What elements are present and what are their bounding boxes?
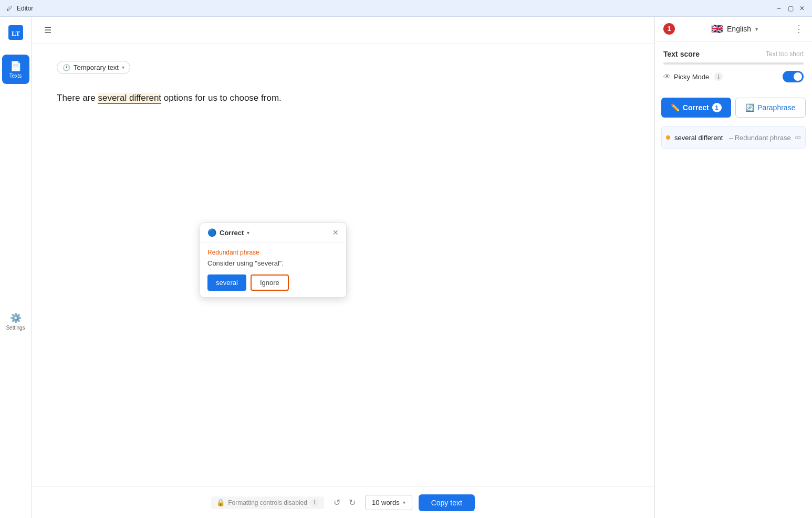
- clock-icon: 🕐: [63, 64, 70, 71]
- bottom-bar: 🔒 Formatting controls disabled ℹ ↺ ↻ 10 …: [32, 487, 654, 518]
- picky-mode-info-icon[interactable]: ℹ: [714, 72, 723, 81]
- word-count-chevron-icon: ▾: [403, 500, 405, 505]
- editor-text-content[interactable]: There are several different options for …: [57, 91, 629, 105]
- issues-list: several different – Redundant phrase ∞: [655, 122, 812, 155]
- language-chevron-icon: ▾: [755, 26, 758, 32]
- logo: LT: [4, 21, 27, 46]
- correction-popup: 🔵 Correct ▾ ✕ Redundant phrase Consider …: [200, 223, 347, 298]
- document-header: 🕐 Temporary text ▾: [57, 61, 629, 74]
- more-options-button[interactable]: ⋮: [794, 23, 804, 35]
- popup-logo-icon: 🔵: [207, 228, 216, 237]
- text-score-label: Text score: [663, 50, 700, 58]
- correct-count-badge: 1: [712, 103, 722, 112]
- popup-header: 🔵 Correct ▾ ✕: [200, 223, 346, 242]
- app-icon: 🖊: [6, 5, 13, 12]
- flag-icon: 🇬🇧: [711, 23, 723, 35]
- issue-phrase: several different: [674, 134, 723, 142]
- undo-redo-group: ↺ ↻: [330, 494, 359, 511]
- issue-infinity-icon: ∞: [795, 133, 801, 142]
- sidebar-settings-label: Settings: [6, 325, 25, 331]
- sidebar-texts-label: Texts: [9, 73, 22, 79]
- settings-icon: ⚙️: [10, 312, 22, 324]
- formatting-icon: 🔒: [216, 499, 225, 506]
- right-panel: 1 🇬🇧 English ▾ ⋮ Text score Text too sho…: [654, 17, 812, 518]
- language-label: English: [727, 25, 751, 33]
- accept-suggestion-button[interactable]: several: [207, 274, 246, 291]
- picky-mode-icon: 👁: [663, 72, 671, 81]
- main-content: ☰ 🕐 Temporary text ▾ There are several d…: [32, 17, 654, 518]
- copy-text-button[interactable]: Copy text: [419, 494, 475, 511]
- popup-chevron-icon: ▾: [247, 230, 249, 236]
- sidebar-item-settings[interactable]: ⚙️ Settings: [2, 306, 29, 336]
- language-selector[interactable]: 🇬🇧 English ▾: [711, 23, 758, 35]
- title-bar: 🖊 Editor – ▢ ✕: [0, 0, 812, 17]
- word-count-label: 10 words: [372, 499, 400, 506]
- paraphrase-tab-icon: 🔄: [745, 103, 754, 112]
- popup-actions: several Ignore: [207, 274, 339, 291]
- action-tabs: ✏️ Correct 1 🔄 Paraphrase: [655, 91, 812, 122]
- editor-area[interactable]: 🕐 Temporary text ▾ There are several dif…: [32, 44, 654, 487]
- picky-mode-toggle[interactable]: [783, 71, 804, 82]
- formatting-label: Formatting controls disabled: [228, 499, 307, 506]
- popup-body: Redundant phrase Consider using "several…: [200, 242, 346, 297]
- texts-icon: 📄: [10, 60, 22, 72]
- text-too-short-label: Text too short: [766, 50, 804, 58]
- formatting-controls-disabled: 🔒 Formatting controls disabled ℹ: [211, 496, 324, 509]
- paraphrase-tab-label: Paraphrase: [757, 103, 795, 112]
- popup-close-button[interactable]: ✕: [332, 228, 339, 237]
- ignore-suggestion-button[interactable]: Ignore: [251, 274, 289, 291]
- score-bar: [663, 62, 804, 65]
- correct-tab-label: Correct: [683, 103, 709, 112]
- close-button[interactable]: ✕: [798, 5, 806, 12]
- svg-text:LT: LT: [11, 29, 19, 37]
- popup-category: Redundant phrase: [207, 249, 339, 256]
- right-panel-header: 1 🇬🇧 English ▾ ⋮: [655, 17, 812, 41]
- popup-suggestion: Consider using "several".: [207, 259, 339, 267]
- highlighted-phrase[interactable]: several different: [98, 93, 161, 104]
- document-name-label: Temporary text: [74, 64, 119, 71]
- left-sidebar: LT 📄 Texts ⚙️ Settings: [0, 17, 32, 518]
- document-name-button[interactable]: 🕐 Temporary text ▾: [57, 61, 130, 74]
- minimize-button[interactable]: –: [775, 5, 783, 12]
- sidebar-toggle-button[interactable]: ☰: [40, 21, 56, 39]
- chevron-down-icon: ▾: [122, 65, 124, 70]
- correct-tab[interactable]: ✏️ Correct 1: [661, 98, 731, 118]
- maximize-button[interactable]: ▢: [787, 5, 794, 12]
- popup-correct-label: Correct: [220, 229, 244, 237]
- app-title: Editor: [17, 5, 33, 12]
- undo-button[interactable]: ↺: [330, 494, 343, 511]
- picky-mode-row: 👁 Picky Mode ℹ: [663, 71, 804, 82]
- top-bar: ☰: [32, 17, 654, 44]
- issue-dot-icon: [666, 135, 670, 140]
- word-count-button[interactable]: 10 words ▾: [365, 495, 412, 510]
- picky-mode-label: Picky Mode: [674, 73, 709, 81]
- correct-tab-icon: ✏️: [671, 103, 680, 112]
- formatting-info-icon[interactable]: ℹ: [310, 499, 319, 507]
- redo-button[interactable]: ↻: [346, 494, 359, 511]
- issue-item[interactable]: several different – Redundant phrase ∞: [661, 126, 806, 149]
- issue-separator: – Redundant phrase: [727, 134, 790, 142]
- notification-badge[interactable]: 1: [663, 23, 675, 35]
- paraphrase-tab[interactable]: 🔄 Paraphrase: [735, 98, 806, 118]
- text-score-section: Text score Text too short 👁 Picky Mode ℹ: [655, 41, 812, 91]
- sidebar-item-texts[interactable]: 📄 Texts: [2, 55, 29, 84]
